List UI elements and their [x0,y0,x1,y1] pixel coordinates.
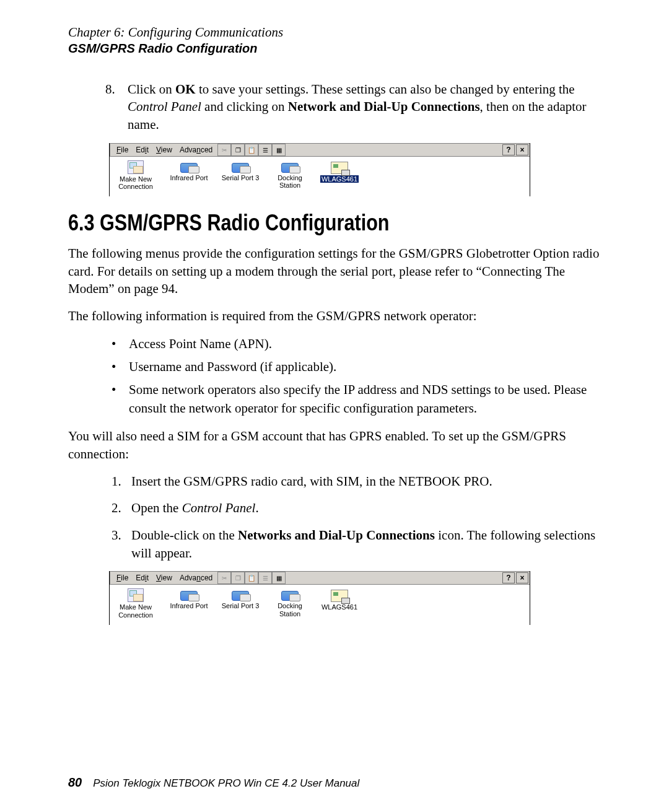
nic-icon [331,590,348,602]
step-2-text: Open the Control Panel. [131,499,259,517]
step-8: 8. Click on OK to save your settings. Th… [105,81,601,133]
header-section: GSM/GPRS Radio Configuration [68,41,601,56]
page-footer: 80 Psion Teklogix NETBOOK PRO Win CE 4.2… [68,775,359,790]
intro-paragraph-1: The following menus provide the configur… [68,245,601,297]
close-button[interactable]: × [516,572,528,583]
new-connection-icon [128,588,144,602]
page-number: 80 [68,775,82,790]
toolbar-copy-icon[interactable]: ❐ [231,144,245,156]
docking-station[interactable]: DockingStation [268,588,312,618]
setup-steps: 1. Insert the GSM/GPRS radio card, with … [112,473,601,563]
modem-icon [180,591,198,601]
infrared-port[interactable]: Infrared Port [165,160,212,190]
infrared-port[interactable]: Infrared Port [165,588,212,618]
sim-paragraph: You will also need a SIM for a GSM accou… [68,427,601,463]
new-connection-icon [128,160,144,174]
toolbar-properties-icon[interactable]: ☰ [258,144,272,156]
menu-edit[interactable]: Edit [132,144,152,155]
section-6-3-title: 6.3 GSM/GPRS Radio Configuration [68,210,521,236]
connections-window: File Edit View Advanced ✂ ❐ 📋 ☰ ▦ ? × Ma… [109,571,530,624]
toolbar-list-icon[interactable]: ▦ [272,572,286,584]
help-button[interactable]: ? [502,572,515,583]
close-button[interactable]: × [516,144,528,155]
wlags461-adapter[interactable]: WLAGS461 [318,588,361,618]
modem-icon [232,163,249,173]
toolbar-list-icon[interactable]: ▦ [272,144,286,156]
docking-station[interactable]: DockingStation [268,160,312,190]
requirements-list: •Access Point Name (APN). •Username and … [112,335,601,418]
toolbar-paste-icon[interactable]: 📋 [245,144,258,156]
step-3-text: Double-click on the Networks and Dial-Up… [131,526,601,563]
menu-advanced[interactable]: Advanced [176,144,216,155]
header-chapter: Chapter 6: Configuring Communications [68,25,601,40]
step-1-text: Insert the GSM/GPRS radio card, with SIM… [131,473,492,491]
menu-file[interactable]: File [113,144,132,155]
make-new-connection[interactable]: Make NewConnection [112,588,159,618]
connections-window-selected: File Edit View Advanced ✂ ❐ 📋 ☰ ▦ ? × Ma… [109,143,530,196]
modem-icon [281,591,299,601]
wlags461-adapter[interactable]: WLAGS461 [318,160,361,190]
serial-port-3[interactable]: Serial Port 3 [219,588,262,618]
window-menubar: File Edit View Advanced ✂ ❐ 📋 ☰ ▦ ? × [110,143,530,157]
make-new-connection[interactable]: Make NewConnection [112,160,159,190]
toolbar-cut-icon[interactable]: ✂ [217,572,231,584]
toolbar-copy-icon[interactable]: ❐ [231,572,245,584]
bullet-credentials: Username and Password (if applicable). [129,358,336,376]
menu-advanced[interactable]: Advanced [176,572,216,583]
step-number: 8. [105,81,128,133]
footer-manual-title: Psion Teklogix NETBOOK PRO Win CE 4.2 Us… [93,777,359,790]
menu-edit[interactable]: Edit [132,572,152,583]
toolbar-properties-icon[interactable]: ☰ [258,572,272,584]
menu-view[interactable]: View [152,144,176,155]
bullet-ip-nds: Some network operators also specify the … [129,381,601,417]
menu-view[interactable]: View [152,572,176,583]
modem-icon [281,163,299,173]
toolbar-cut-icon[interactable]: ✂ [217,144,231,156]
intro-paragraph-2: The following information is required fr… [68,307,601,325]
menu-file[interactable]: File [113,572,132,583]
toolbar-paste-icon[interactable]: 📋 [245,572,258,584]
step-text: Click on OK to save your settings. These… [128,81,601,133]
help-button[interactable]: ? [502,144,515,155]
window-menubar: File Edit View Advanced ✂ ❐ 📋 ☰ ▦ ? × [110,571,530,585]
nic-icon [331,162,348,174]
window-body: Make NewConnection Infrared Port Serial … [110,585,530,624]
serial-port-3[interactable]: Serial Port 3 [219,160,262,190]
window-body: Make NewConnection Infrared Port Serial … [110,157,530,196]
bullet-apn: Access Point Name (APN). [129,335,272,353]
modem-icon [180,163,198,173]
modem-icon [232,591,249,601]
